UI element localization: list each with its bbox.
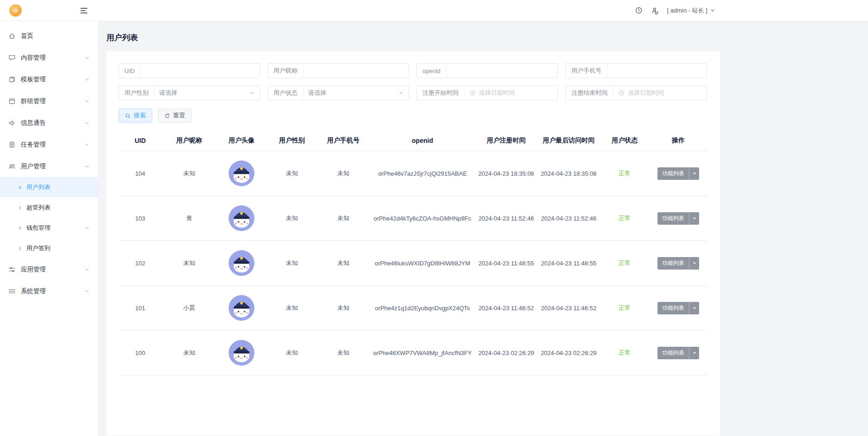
sidebar-subitem-label: 用户列表	[26, 183, 50, 191]
reg-start-picker[interactable]: 选择日期时间	[465, 86, 558, 100]
sidebar-item-content[interactable]: 内容管理	[0, 47, 98, 68]
sidebar-item-group[interactable]: 群组管理	[0, 90, 98, 112]
cell-action: 功能列表	[649, 347, 708, 359]
sidebar-item-label: 群组管理	[21, 97, 79, 105]
cell-last-time: 2024-04-23 02:26:29	[537, 350, 601, 356]
chevron-right-icon	[18, 246, 23, 251]
chevron-down-icon[interactable]	[689, 350, 699, 355]
app-logo[interactable]	[9, 4, 22, 17]
action-dropdown-button[interactable]: 功能列表	[657, 347, 699, 359]
chat-icon	[8, 54, 16, 61]
uid-input[interactable]	[141, 64, 260, 78]
header-left	[0, 0, 99, 21]
chevron-down-icon[interactable]	[689, 306, 699, 310]
column-header-reg-time: 用户注册时间	[476, 136, 537, 145]
gender-select-placeholder: 请选择	[159, 89, 177, 97]
cell-last-time: 2024-04-23 11:48:55	[537, 260, 601, 267]
nickname-input[interactable]	[304, 64, 409, 78]
cell-phone: 未知	[317, 304, 369, 312]
sidebar-collapse-button[interactable]	[79, 6, 89, 15]
filter-openid-label: openid	[417, 64, 446, 78]
reg-start-placeholder: 选择日期时间	[479, 89, 515, 97]
gender-select[interactable]: 请选择	[155, 86, 260, 100]
action-dropdown-button[interactable]: 功能列表	[657, 257, 699, 270]
status-badge: 正常	[601, 304, 649, 312]
page-title: 用户列表	[106, 32, 860, 43]
action-dropdown-button[interactable]: 功能列表	[657, 167, 699, 180]
column-header-action: 操作	[649, 136, 708, 145]
cell-uid: 102	[118, 260, 162, 267]
status-select[interactable]: 请选择	[304, 86, 409, 100]
action-button-label: 功能列表	[657, 302, 689, 314]
search-button[interactable]: 搜索	[118, 109, 152, 123]
megaphone-icon	[12, 7, 19, 14]
filter-actions: 搜索 重置	[118, 109, 708, 123]
cell-avatar	[217, 205, 267, 231]
action-button-label: 功能列表	[657, 212, 689, 225]
action-dropdown-button[interactable]: 功能列表	[657, 212, 699, 225]
cell-openid: orPhe4z1q1d2EyubqnDvgpX24QTs	[369, 305, 476, 312]
chevron-down-icon[interactable]	[689, 261, 699, 265]
users-icon	[8, 163, 16, 170]
sidebar-subitem-user-list[interactable]: 用户列表	[0, 177, 98, 197]
cell-reg-time: 2024-04-23 18:35:08	[476, 170, 537, 177]
clock-icon	[469, 90, 476, 96]
action-button-label: 功能列表	[657, 167, 689, 180]
cell-action: 功能列表	[649, 212, 708, 225]
cell-gender: 未知	[267, 169, 317, 178]
column-header-status: 用户状态	[601, 136, 649, 145]
cell-reg-time: 2024-04-23 11:52:46	[476, 215, 537, 222]
sidebar-item-app[interactable]: 应用管理	[0, 258, 98, 280]
column-header-nickname: 用户昵称	[162, 136, 217, 145]
user-avatar	[229, 160, 254, 186]
user-sync-button[interactable]	[651, 6, 659, 14]
sidebar-item-notice[interactable]: 信息通告	[0, 112, 98, 134]
cell-last-time: 2024-04-23 11:46:52	[537, 305, 601, 312]
sidebar-item-label: 系统管理	[21, 287, 79, 295]
document-icon	[8, 141, 16, 148]
sidebar-subitem-wallet[interactable]: 钱包管理	[0, 218, 98, 238]
sidebar-item-home[interactable]: 首页	[0, 25, 98, 47]
action-button-label: 功能列表	[657, 347, 689, 359]
reset-button[interactable]: 重置	[158, 109, 192, 123]
sliders-icon	[8, 266, 16, 273]
chevron-down-icon	[84, 225, 90, 231]
cell-gender: 未知	[267, 349, 317, 357]
chevron-down-icon[interactable]	[689, 171, 699, 176]
reg-end-picker[interactable]: 选择日期时间	[614, 86, 707, 100]
refresh-button[interactable]	[635, 6, 643, 14]
filter-uid-label: UID	[119, 64, 141, 78]
cell-action: 功能列表	[649, 302, 708, 314]
column-header-openid: openid	[369, 137, 476, 144]
sidebar-item-system[interactable]: 系统管理	[0, 280, 98, 302]
reg-end-placeholder: 选择日期时间	[628, 89, 664, 97]
sidebar-item-user[interactable]: 用户管理	[0, 155, 98, 177]
sidebar-item-label: 信息通告	[21, 119, 79, 127]
table-row: 103 黄	[118, 196, 708, 241]
filter-status: 用户状态 请选择	[267, 86, 409, 100]
home-icon	[8, 32, 16, 40]
chevron-down-icon	[84, 55, 90, 61]
user-table: UID 用户昵称 用户头像 用户性别 用户手机号 openid 用户注册时间 用…	[118, 130, 708, 375]
sidebar-item-template[interactable]: 模板管理	[0, 68, 98, 90]
phone-input[interactable]	[608, 64, 707, 78]
table-row: 104 未知	[118, 151, 708, 196]
action-dropdown-button[interactable]: 功能列表	[657, 302, 699, 314]
cell-openid: orPhe46luksWXID7gDf8HIW88JYM	[369, 260, 476, 267]
cell-last-time: 2024-04-23 11:52:46	[537, 215, 601, 222]
filter-uid: UID	[118, 63, 260, 78]
openid-input[interactable]	[446, 64, 558, 78]
sidebar-item-label: 任务管理	[21, 141, 79, 149]
chevron-down-icon	[710, 8, 715, 13]
table-header-row: UID 用户昵称 用户头像 用户性别 用户手机号 openid 用户注册时间 用…	[118, 130, 708, 151]
sidebar-item-task[interactable]: 任务管理	[0, 134, 98, 155]
account-dropdown[interactable]: [ admin - 站长 ]	[667, 6, 715, 15]
filter-phone-label: 用户手机号	[566, 64, 608, 78]
megaphone-icon	[8, 119, 16, 127]
sidebar-subitem-admin-list[interactable]: 超管列表	[0, 197, 98, 218]
table-row: 100 未知	[118, 331, 708, 375]
cell-avatar	[217, 160, 267, 186]
chevron-down-icon[interactable]	[689, 216, 699, 221]
sidebar-subitem-checkin[interactable]: 用户签到	[0, 238, 98, 258]
reset-button-label: 重置	[173, 111, 185, 120]
